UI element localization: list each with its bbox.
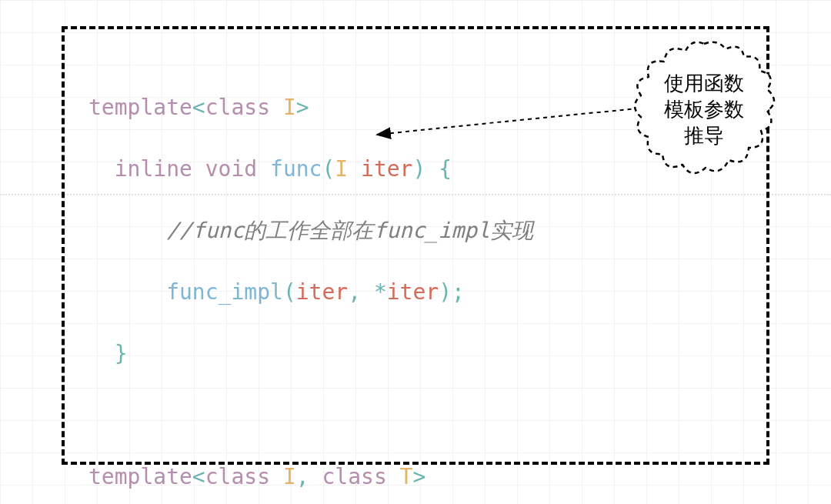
punct-lparen: ( <box>322 156 335 182</box>
ident-iter: iter <box>387 279 439 305</box>
punct-lt: < <box>192 95 205 120</box>
keyword-class: class <box>322 464 386 489</box>
type-I: I <box>283 95 296 120</box>
punct-comma: , <box>296 464 309 489</box>
func-name-func: func <box>270 156 322 182</box>
keyword-inline: inline <box>115 156 192 182</box>
keyword-template: template <box>88 464 192 489</box>
punct-gt: > <box>412 464 426 489</box>
code-line-2: inline void func(I iter) { <box>88 154 542 185</box>
punct-rbrace: } <box>115 341 128 366</box>
punct-semi: ; <box>452 279 465 305</box>
ident-iter: iter <box>296 279 348 305</box>
punct-star: * <box>374 279 387 305</box>
keyword-void: void <box>205 156 257 182</box>
keyword-class: class <box>205 464 270 489</box>
code-line-3: //func的工作全部在func_impl实现 <box>88 215 542 246</box>
comment-func-job: //func的工作全部在func_impl实现 <box>166 218 533 243</box>
punct-lparen: ( <box>283 279 296 305</box>
func-name-func-impl: func_impl <box>166 279 283 305</box>
code-line-4: func_impl(iter, *iter); <box>88 277 542 308</box>
code-line-7: template<class I, class T> <box>88 462 542 492</box>
keyword-class: class <box>205 95 270 120</box>
ident-iter: iter <box>361 156 412 182</box>
punct-rparen: ) <box>412 156 426 182</box>
annotation-arrow <box>369 104 662 150</box>
code-line-5: } <box>88 339 542 369</box>
code-line-6 <box>88 400 542 431</box>
canvas: template<class I> inline void func(I ite… <box>0 0 831 504</box>
punct-lbrace: { <box>439 156 452 182</box>
type-I: I <box>283 464 296 489</box>
keyword-template: template <box>88 95 192 120</box>
type-T: T <box>400 464 413 489</box>
punct-lt: < <box>192 464 205 489</box>
punct-gt: > <box>296 95 309 120</box>
punct-rparen: ) <box>439 279 452 305</box>
punct-comma: , <box>348 279 361 305</box>
type-I: I <box>335 156 348 182</box>
